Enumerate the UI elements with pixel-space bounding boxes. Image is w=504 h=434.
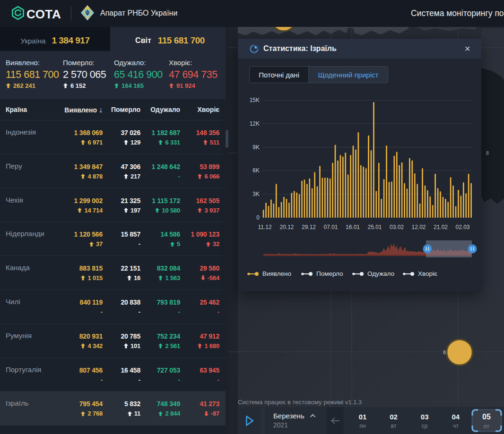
- svg-text:25.01: 25.01: [367, 224, 382, 230]
- svg-text:12K: 12K: [250, 120, 260, 127]
- svg-text:07.01: 07.01: [323, 224, 338, 230]
- svg-text:8: 8: [486, 151, 489, 156]
- svg-text:8: 8: [443, 350, 446, 355]
- svg-text:16.01: 16.01: [346, 224, 360, 230]
- svg-text:29.12: 29.12: [302, 224, 316, 230]
- svg-text:02.03: 02.03: [455, 224, 469, 230]
- svg-text:3K: 3K: [252, 191, 260, 197]
- svg-text:11.12: 11.12: [258, 224, 271, 230]
- svg-text:6K: 6K: [252, 167, 260, 174]
- svg-text:21.02: 21.02: [434, 224, 448, 230]
- svg-text:20.12: 20.12: [279, 224, 294, 230]
- svg-text:12.02: 12.02: [411, 224, 426, 230]
- svg-text:0: 0: [256, 214, 260, 221]
- svg-text:03.02: 03.02: [390, 224, 404, 230]
- svg-text:15K: 15K: [250, 97, 260, 103]
- svg-text:9K: 9K: [252, 144, 260, 151]
